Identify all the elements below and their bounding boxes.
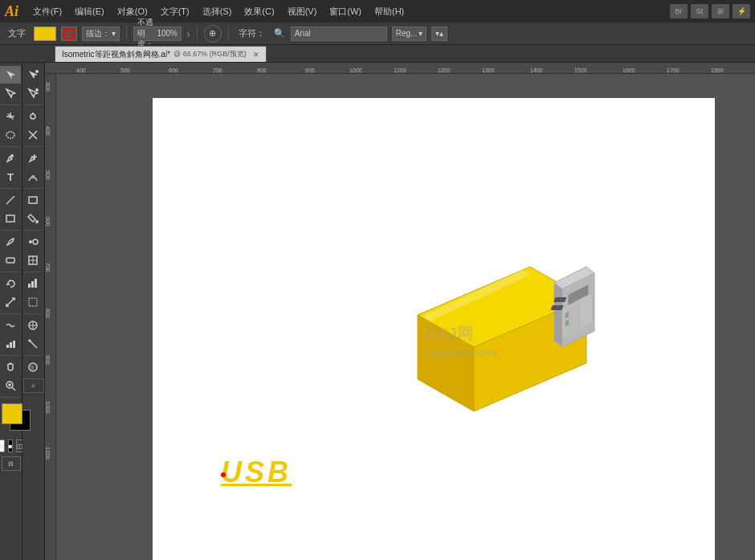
tool-separator-4 <box>2 230 20 231</box>
menu-effect[interactable]: 效果(C) <box>239 4 279 19</box>
tool-print-tiling[interactable] <box>22 317 43 334</box>
menu-text[interactable]: 文字(T) <box>156 4 194 19</box>
tool-scale[interactable] <box>0 293 21 311</box>
tool-text-path[interactable]: T <box>22 168 43 186</box>
menu-window[interactable]: 窗口(W) <box>324 4 366 19</box>
tool-paintbucket[interactable] <box>22 210 43 227</box>
globe-icon[interactable]: ⊕ <box>204 25 222 43</box>
font-search-icon[interactable]: 🔍 <box>273 27 286 40</box>
tool-line[interactable] <box>0 191 21 209</box>
svg-line-43 <box>29 340 31 341</box>
layers-panel-toggle[interactable]: ≡ <box>23 378 44 393</box>
tool-add-anchor[interactable] <box>22 149 43 167</box>
svg-rect-38 <box>29 298 37 306</box>
tool-hand[interactable] <box>0 358 21 376</box>
svg-marker-51 <box>554 283 562 347</box>
svg-rect-54 <box>551 305 564 310</box>
stroke-dropdown[interactable]: 描边： ▾ <box>82 27 120 41</box>
menu-view[interactable]: 视图(V) <box>283 4 322 19</box>
workspace-icon[interactable]: ⊞ <box>712 4 729 18</box>
tool-rect2[interactable] <box>22 191 43 209</box>
bridge-icon-st[interactable]: St <box>691 4 708 18</box>
fill-color-swatch[interactable] <box>34 27 56 41</box>
tool-group-select[interactable] <box>22 84 43 102</box>
ruler-mark-1700: 1700 <box>667 67 680 73</box>
menu-select[interactable]: 选择(S) <box>198 4 237 19</box>
color-mode-icon[interactable]: ■ <box>8 439 14 452</box>
svg-point-7 <box>9 115 12 118</box>
svg-point-30 <box>29 240 32 243</box>
ruler-mark-v-1100: 1100 <box>45 447 51 460</box>
svg-point-29 <box>35 220 39 223</box>
tool-warp[interactable] <box>0 317 21 334</box>
tool-graph[interactable] <box>0 335 21 353</box>
tool-anchor[interactable] <box>22 108 43 125</box>
font-size-dropdown[interactable]: ▾▴ <box>431 27 447 41</box>
ruler-mark-v-900: 900 <box>45 355 51 365</box>
menu-file[interactable]: 文件(F) <box>28 4 67 19</box>
stroke-arrow: ▾ <box>112 29 116 38</box>
font-family-input[interactable]: Arial <box>291 27 387 41</box>
ruler-mark-v-1000: 1000 <box>45 401 51 414</box>
ruler-mark-v-300: 300 <box>45 82 51 92</box>
ruler-mark-v-400: 400 <box>45 126 51 136</box>
opacity-expand[interactable]: › <box>186 27 190 40</box>
ruler-top-marks: 400 500 600 700 800 900 1000 1100 1200 1… <box>56 63 755 73</box>
tool-select[interactable] <box>0 66 21 84</box>
none-icon[interactable]: ⊘ <box>0 439 5 452</box>
tool-blend[interactable] <box>22 233 43 251</box>
tab-close-button[interactable]: ✕ <box>253 51 259 59</box>
svg-point-8 <box>6 132 14 138</box>
options-bar: 文字 描边： ▾ 不透明度： 100% › ⊕ 字符： 🔍 Arial Reg.… <box>0 22 755 45</box>
separator-1 <box>126 27 127 41</box>
fill-swatch[interactable] <box>2 403 22 424</box>
menu-edit[interactable]: 编辑(E) <box>70 4 109 19</box>
tool-chart[interactable] <box>22 275 43 292</box>
artboard: CXJ网 7system.com USB <box>153 98 715 560</box>
tab-title: Isometric等距视角斜角网格.ai* <box>62 49 170 60</box>
tool-measure[interactable] <box>22 335 43 353</box>
tool-rect[interactable] <box>0 210 21 227</box>
tool-mesh[interactable] <box>22 251 43 269</box>
tool-symbol[interactable]: S <box>22 358 43 376</box>
svg-text:S: S <box>31 365 35 370</box>
ruler-mark-v-500: 500 <box>45 170 51 180</box>
ruler-mark-600: 600 <box>169 67 178 73</box>
tool-slice[interactable] <box>22 126 43 144</box>
ruler-mark-v-800: 800 <box>45 309 51 318</box>
tool-select2[interactable] <box>22 66 43 84</box>
ruler-mark-1200: 1200 <box>438 67 451 73</box>
ruler-left: 300 400 500 600 700 800 900 1000 1100 <box>45 74 56 560</box>
tool-lasso[interactable] <box>0 126 21 144</box>
canvas-area[interactable]: CXJ网 7system.com USB <box>56 74 755 560</box>
canvas-container: 400 500 600 700 800 900 1000 1100 1200 1… <box>45 63 755 560</box>
svg-rect-35 <box>28 284 31 288</box>
font-style-dropdown[interactable]: Reg... ▾ <box>392 27 427 41</box>
separator-2 <box>197 27 198 41</box>
tool-eraser[interactable] <box>0 251 21 269</box>
ruler-mark-700: 700 <box>213 67 222 73</box>
usb-text-content: USB <box>221 456 292 488</box>
title-bar: Ai 文件(F) 编辑(E) 对象(O) 文字(T) 选择(S) 效果(C) 视… <box>0 0 755 22</box>
stroke-icon[interactable] <box>61 27 77 41</box>
tool-artboard[interactable] <box>22 293 43 311</box>
bridge-icon-br[interactable]: Br <box>670 4 688 18</box>
tool-pencil[interactable] <box>0 233 21 251</box>
tool-rotate[interactable] <box>0 275 21 292</box>
tool-label: 文字 <box>5 27 29 39</box>
tool2-sep1 <box>24 104 43 105</box>
opacity-input[interactable]: 不透明度： 100% <box>133 27 182 41</box>
tool2-sep6 <box>24 313 43 314</box>
document-tab[interactable]: Isometric等距视角斜角网格.ai* @ 66.67% (RGB/预览) … <box>55 46 267 62</box>
tool-type[interactable]: T <box>0 168 21 186</box>
tool-separator-2 <box>2 146 20 147</box>
menu-help[interactable]: 帮助(H) <box>369 4 409 19</box>
tool-pen[interactable] <box>0 149 21 167</box>
tool-direct-select[interactable] <box>0 84 21 102</box>
usb-label-text: USB <box>221 456 292 489</box>
swatch-controls: ⊘ ■ ◫ <box>0 439 22 452</box>
tool-magic-wand[interactable] <box>0 108 21 125</box>
sync-icon[interactable]: ⚡ <box>733 4 750 18</box>
screen-mode-icon[interactable]: ⊟ <box>2 456 21 471</box>
tool-zoom[interactable] <box>0 377 21 394</box>
